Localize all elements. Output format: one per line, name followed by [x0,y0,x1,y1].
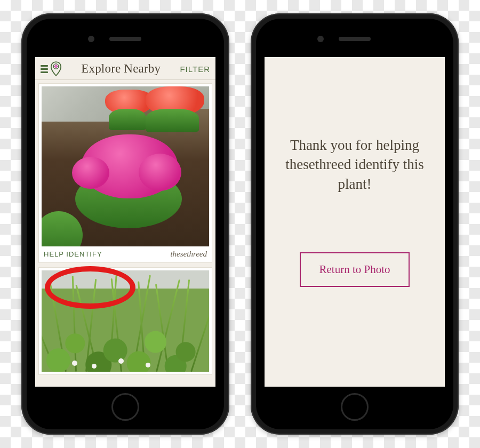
home-button[interactable] [341,393,369,421]
phone-speaker [339,37,371,41]
svg-point-2 [54,66,55,67]
help-identify-button[interactable]: HELP IDENTIFY [44,250,102,258]
page-title: Explore Nearby [62,62,180,76]
menu-logo-group[interactable] [41,61,62,76]
phone-camera [88,36,94,42]
flower-pin-icon [50,61,62,76]
phone-speaker [109,37,141,41]
feed-list[interactable]: HELP IDENTIFY thesethreed [35,80,215,378]
return-to-photo-button[interactable]: Return to Photo [300,252,409,287]
thankyou-content: Thank you for helping thesethreed identi… [265,57,445,387]
thankyou-message: Thank you for helping thesethreed identi… [278,135,431,194]
phone-bezel: Explore Nearby FILTER [27,19,224,429]
svg-point-4 [55,67,57,68]
phone-frame-left: Explore Nearby FILTER [21,13,229,435]
home-button[interactable] [111,393,139,421]
phone-camera [317,36,324,42]
card-footer: HELP IDENTIFY thesethreed [42,246,209,260]
feed-card[interactable] [38,267,212,375]
svg-point-3 [57,66,58,67]
screen-thankyou: Thank you for helping thesethreed identi… [265,57,445,387]
screen-explore: Explore Nearby FILTER [35,57,215,387]
plant-photo[interactable] [42,270,209,372]
phone-frame-right: Thank you for helping thesethreed identi… [251,13,459,435]
svg-point-1 [55,65,57,66]
phone-bezel: Thank you for helping thesethreed identi… [256,19,453,429]
card-username[interactable]: thesethreed [170,250,207,259]
feed-card[interactable]: HELP IDENTIFY thesethreed [38,83,212,263]
app-header: Explore Nearby FILTER [35,57,215,80]
filter-button[interactable]: FILTER [180,65,210,74]
plant-photo[interactable] [42,86,209,246]
menu-icon[interactable] [41,65,48,73]
